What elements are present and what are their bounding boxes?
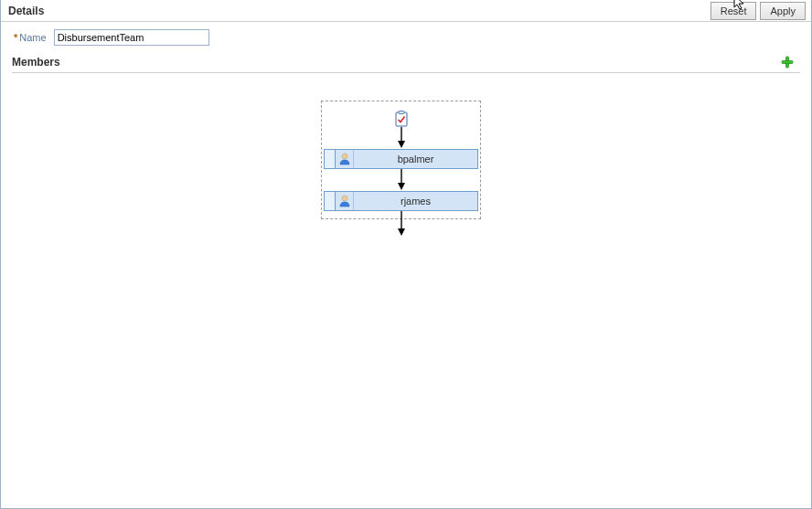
svg-point-9 xyxy=(342,196,347,201)
member-node[interactable]: rjames xyxy=(324,191,478,211)
start-node[interactable] xyxy=(393,111,410,127)
members-diagram: bpalmer rjames xyxy=(1,73,811,219)
name-input[interactable] xyxy=(54,29,209,46)
members-section-header: Members xyxy=(12,55,800,73)
flow-container[interactable]: bpalmer rjames xyxy=(321,101,481,219)
arrow-icon xyxy=(396,127,407,149)
details-panel: Details Reset Apply * Name Members xyxy=(0,0,812,509)
svg-rect-2 xyxy=(396,112,407,126)
add-icon xyxy=(781,56,794,69)
arrow-icon xyxy=(396,211,407,237)
member-label: bpalmer xyxy=(354,150,477,168)
svg-rect-3 xyxy=(399,111,404,114)
user-icon xyxy=(336,150,354,168)
svg-rect-1 xyxy=(782,61,793,64)
required-star-icon: * xyxy=(14,32,17,43)
drag-handle[interactable] xyxy=(325,192,336,210)
members-title: Members xyxy=(12,56,780,69)
svg-marker-5 xyxy=(398,141,405,148)
drag-handle[interactable] xyxy=(325,150,336,168)
svg-marker-8 xyxy=(398,183,405,190)
reset-button[interactable]: Reset xyxy=(710,2,757,20)
name-row: * Name xyxy=(1,22,811,55)
apply-button[interactable]: Apply xyxy=(760,2,806,20)
name-label: Name xyxy=(19,32,46,43)
add-member-button[interactable] xyxy=(780,55,795,69)
header-bar: Details Reset Apply xyxy=(1,0,811,22)
page-title: Details xyxy=(8,5,707,17)
svg-marker-11 xyxy=(398,228,405,236)
user-icon xyxy=(336,192,354,210)
arrow-icon xyxy=(396,169,407,191)
member-node[interactable]: bpalmer xyxy=(324,149,478,169)
clipboard-check-icon xyxy=(394,111,409,127)
svg-point-6 xyxy=(342,154,347,159)
member-label: rjames xyxy=(354,192,477,210)
